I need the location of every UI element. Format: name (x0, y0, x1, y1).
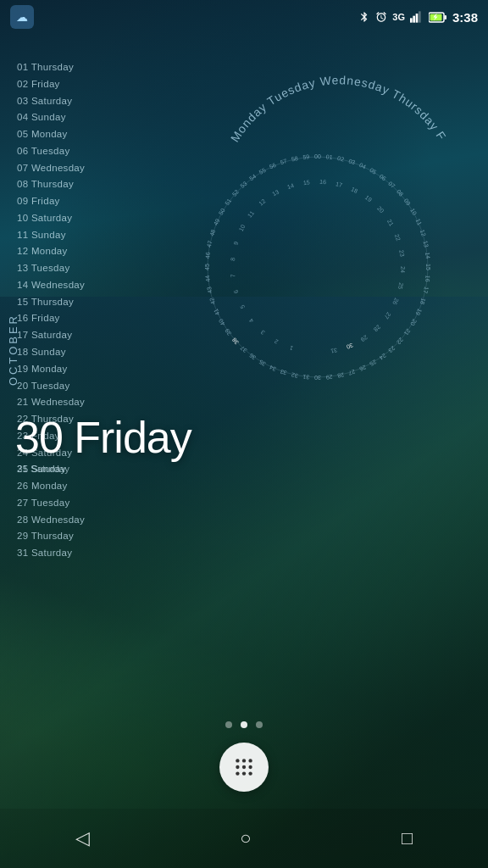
svg-text:25: 25 (369, 359, 377, 367)
svg-text:2: 2 (274, 338, 280, 345)
svg-text:41: 41 (213, 308, 221, 316)
svg-text:Monday  Tuesday  Wednesday  Th: Monday Tuesday Wednesday Thursday Friday… (209, 49, 449, 144)
svg-text:29: 29 (360, 334, 369, 342)
battery-icon (429, 12, 447, 23)
svg-point-107 (242, 771, 246, 775)
svg-text:28: 28 (337, 372, 345, 379)
calendar-day-item: 04 Sunday (17, 109, 85, 126)
svg-text:56: 56 (269, 162, 277, 170)
svg-text:47: 47 (206, 240, 213, 248)
svg-text:45: 45 (204, 264, 210, 270)
svg-point-106 (236, 771, 239, 775)
svg-point-102 (248, 759, 252, 762)
svg-text:24: 24 (400, 266, 406, 273)
calendar-day-item: 07 Wednesday (17, 160, 85, 177)
svg-text:16: 16 (424, 275, 431, 282)
status-bar: ☁ 3G (0, 0, 488, 34)
calendar-day-item: 29 Thursday (17, 528, 85, 545)
back-button[interactable]: ◁ (67, 819, 98, 858)
svg-text:52: 52 (231, 188, 240, 198)
calendar-list: 01 Thursday02 Friday03 Saturday04 Sunday… (17, 59, 85, 562)
svg-point-103 (236, 765, 239, 769)
calendar-day-item: 21 Wednesday (17, 394, 85, 411)
calendar-day-item: 26 Monday (17, 478, 85, 495)
svg-rect-2 (416, 14, 419, 23)
svg-text:34: 34 (269, 364, 277, 373)
app-container: ☁ 3G (0, 0, 488, 868)
svg-rect-3 (419, 11, 421, 22)
navigation-bar: ◁ ○ □ (0, 809, 488, 868)
svg-point-100 (236, 759, 239, 762)
svg-text:46: 46 (204, 252, 211, 259)
calendar-day-item: 16 Friday (17, 310, 85, 327)
calendar-day-item: 10 Saturday (17, 210, 85, 227)
svg-text:26: 26 (391, 298, 400, 306)
svg-text:11: 11 (415, 218, 424, 226)
svg-text:42: 42 (208, 297, 216, 305)
svg-text:29: 29 (325, 374, 333, 381)
last-calendar-item: 31 Saturday (17, 464, 69, 474)
calendar-day-item: 31 Saturday (17, 545, 85, 562)
calendar-day-item: 28 Wednesday (17, 512, 85, 529)
svg-text:59: 59 (302, 153, 310, 160)
svg-text:08: 08 (396, 188, 404, 198)
svg-text:23: 23 (398, 249, 405, 257)
calendar-day-item: 05 Monday (17, 126, 85, 143)
current-date-large: 30 Friday (15, 413, 191, 462)
current-date: 30 Friday (15, 415, 191, 459)
svg-text:22: 22 (394, 233, 402, 242)
svg-text:31: 31 (302, 374, 310, 381)
calendar-day-item: 12 Monday (17, 243, 85, 260)
calendar-day-item: 18 Sunday (17, 344, 85, 361)
svg-rect-1 (413, 16, 415, 23)
svg-text:15: 15 (302, 179, 310, 186)
svg-text:19: 19 (364, 194, 374, 203)
clock-ring-svg: 0001020304050607080910111213141516171819… (186, 136, 449, 398)
svg-text:6: 6 (233, 289, 240, 294)
home-button[interactable]: ○ (231, 819, 259, 858)
calendar-day-item: 11 Sunday (17, 227, 85, 244)
svg-text:22: 22 (396, 337, 404, 346)
svg-text:19: 19 (415, 308, 424, 316)
svg-text:5: 5 (239, 304, 246, 310)
svg-text:07: 07 (387, 181, 396, 189)
svg-text:43: 43 (206, 287, 213, 294)
svg-text:18: 18 (350, 186, 358, 194)
page-dot (225, 721, 232, 728)
svg-text:21: 21 (386, 218, 395, 226)
calendar-day-item: 09 Friday (17, 193, 85, 210)
svg-text:40: 40 (218, 318, 226, 326)
notification-icon: ☁ (10, 5, 34, 29)
svg-text:00: 00 (314, 153, 321, 159)
svg-text:27: 27 (383, 311, 391, 320)
svg-text:30: 30 (314, 375, 321, 381)
page-dot (256, 721, 263, 728)
svg-text:02: 02 (337, 155, 345, 162)
svg-text:3: 3 (259, 329, 266, 336)
calendar-day-item: 14 Wednesday (17, 277, 85, 294)
svg-text:10: 10 (409, 208, 418, 216)
calendar-day-item: 20 Tuesday (17, 378, 85, 395)
calendar-day-item: 13 Tuesday (17, 260, 85, 277)
svg-text:10: 10 (238, 224, 247, 232)
svg-text:11: 11 (247, 209, 255, 219)
svg-text:03: 03 (348, 158, 357, 165)
svg-point-108 (248, 771, 252, 775)
svg-text:4: 4 (248, 317, 255, 324)
svg-text:04: 04 (358, 162, 367, 170)
svg-text:32: 32 (291, 372, 298, 379)
svg-text:15: 15 (425, 264, 431, 270)
calendar-day-item: 17 Saturday (17, 327, 85, 344)
app-drawer-button[interactable] (219, 743, 269, 792)
svg-text:16: 16 (319, 179, 326, 185)
page-dot (241, 721, 247, 728)
alarm-icon (375, 11, 387, 23)
recents-button[interactable]: □ (393, 819, 421, 858)
app-icon-symbol: ☁ (16, 10, 28, 24)
calendar-day-item: 19 Monday (17, 361, 85, 378)
svg-text:44: 44 (204, 275, 211, 282)
calendar-day-item: 27 Tuesday (17, 495, 85, 512)
svg-text:14: 14 (286, 182, 295, 190)
svg-text:17: 17 (423, 287, 430, 294)
svg-text:53: 53 (239, 181, 248, 189)
